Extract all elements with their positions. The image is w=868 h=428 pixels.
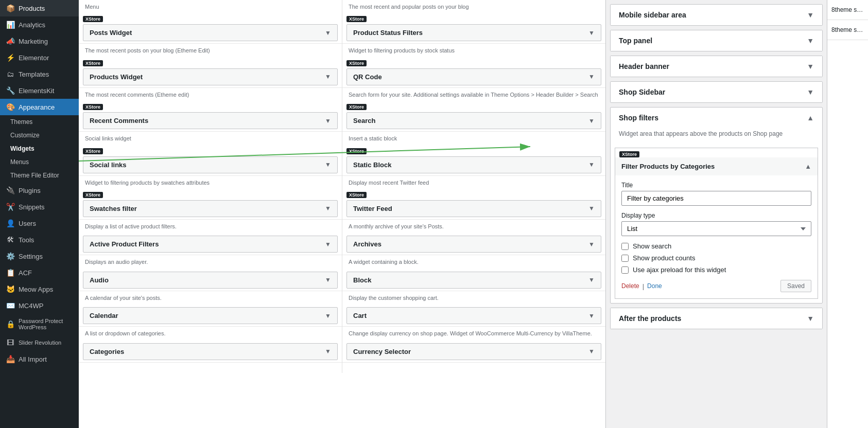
- panel-section-top-panel: Top panel ▼: [610, 30, 823, 51]
- sidebar-item-snippets[interactable]: ✂️ Snippets: [0, 199, 79, 215]
- sidebar-item-products[interactable]: 📦 Products: [0, 0, 79, 16]
- widget-title-social: Social links: [90, 161, 325, 169]
- top-panel-header[interactable]: Top panel ▼: [611, 30, 822, 51]
- widget-desc-archives: A monthly archive of your site's Posts.: [342, 220, 605, 234]
- sidebar-item-elementskit[interactable]: 🔧 ElementsKit: [0, 82, 79, 99]
- title-label: Title: [621, 182, 811, 189]
- chevron-down-icon: ▼: [325, 312, 331, 319]
- acf-icon: 📋: [6, 269, 14, 277]
- filter-widget-inner: XStore Filter Products by Categories ▲ T…: [615, 148, 818, 299]
- appearance-icon: 🎨: [6, 103, 14, 111]
- display-type-field: Display type List Dropdown Checkbox: [621, 212, 811, 236]
- shop-sidebar-header[interactable]: Shop Sidebar ▼: [611, 82, 822, 102]
- sidebar-item-plugins[interactable]: 🔌 Plugins: [0, 182, 79, 199]
- shop-filters-header[interactable]: Shop filters ▲: [611, 108, 822, 128]
- delete-link[interactable]: Delete: [621, 282, 639, 290]
- widget-header-cart[interactable]: Cart ▼: [346, 307, 601, 324]
- sidebar-item-tools[interactable]: 🛠 Tools: [0, 231, 79, 248]
- sidebar-item-analytics[interactable]: 📊 Analytics: [0, 16, 79, 33]
- sidebar-sub-item-customize[interactable]: Customize: [0, 129, 79, 142]
- chevron-down-icon: ▼: [325, 241, 331, 248]
- sidebar-item-marketing[interactable]: 📣 Marketing: [0, 33, 79, 49]
- widget-column-right: The most recent and popular posts on you…: [342, 0, 605, 373]
- widget-desc-social: Social links widget: [79, 132, 342, 146]
- sidebar-item-slider-revolution[interactable]: 🎞 Slider Revolution: [0, 334, 79, 351]
- widget-header-comments[interactable]: Recent Comments ▼: [83, 112, 338, 129]
- widget-header-block[interactable]: Block ▼: [346, 272, 601, 289]
- widget-header-calendar[interactable]: Calendar ▼: [83, 307, 338, 324]
- widget-header-audio[interactable]: Audio ▼: [83, 272, 338, 289]
- widget-title-static-block: Static Block: [353, 161, 588, 169]
- chevron-down-icon: ▼: [325, 29, 331, 37]
- mobile-sidebar-header[interactable]: Mobile sidebar area ▼: [611, 5, 822, 25]
- widget-header-product-status[interactable]: Product Status Filters ▼: [346, 24, 601, 41]
- sidebar-item-settings[interactable]: ⚙️ Settings: [0, 248, 79, 264]
- header-banner-header[interactable]: Header banner ▼: [611, 56, 822, 77]
- sidebar-sub-item-menus[interactable]: Menus: [0, 155, 79, 169]
- display-type-select[interactable]: List Dropdown Checkbox: [621, 221, 811, 236]
- after-products-title: After the products: [619, 314, 681, 323]
- sidebar-item-all-import[interactable]: 📥 All Import: [0, 351, 79, 367]
- widget-header-swatches[interactable]: Swatches filter ▼: [83, 200, 338, 217]
- xstore-badge-qr: XStore: [346, 60, 367, 66]
- filter-products-title: Filter Products by Categories: [621, 163, 715, 170]
- tools-icon: 🛠: [6, 236, 14, 244]
- panel-section-shop-sidebar: Shop Sidebar ▼: [610, 81, 823, 103]
- import-icon: 📥: [6, 355, 14, 363]
- widget-header-active-filters[interactable]: Active Product Filters ▼: [83, 236, 338, 253]
- widget-header-search[interactable]: Search ▼: [346, 112, 601, 129]
- after-products-header[interactable]: After the products ▼: [611, 308, 822, 329]
- widget-header-categories[interactable]: Categories ▼: [83, 343, 338, 360]
- sidebar-sub-item-theme-file-editor[interactable]: Theme File Editor: [0, 169, 79, 182]
- show-counts-row: Show product counts: [621, 254, 811, 262]
- display-type-label: Display type: [621, 212, 811, 219]
- users-icon: 👤: [6, 219, 14, 227]
- filter-products-header[interactable]: Filter Products by Categories ▲: [615, 157, 818, 175]
- widget-header-qr[interactable]: QR Code ▼: [346, 68, 601, 85]
- widget-header-posts[interactable]: Posts Widget ▼: [83, 24, 338, 41]
- widget-desc-search: Search form for your site. Additional se…: [342, 88, 605, 102]
- widget-header-static-block[interactable]: Static Block ▼: [346, 156, 601, 173]
- done-link[interactable]: Done: [647, 282, 662, 290]
- chevron-down-icon: ▼: [325, 276, 331, 283]
- sidebar-sub-item-themes[interactable]: Themes: [0, 115, 79, 129]
- ajax-preload-checkbox[interactable]: [621, 266, 629, 274]
- widget-desc-audio: Displays an audio player.: [79, 255, 342, 269]
- widget-header-social[interactable]: Social links ▼: [83, 156, 338, 173]
- widget-entry-active-filters: Display a list of active product filters…: [79, 220, 342, 255]
- header-banner-title: Header banner: [619, 62, 669, 70]
- sidebar-sub-item-widgets[interactable]: Widgets: [0, 142, 79, 155]
- templates-icon: 🗂: [6, 70, 14, 78]
- mobile-sidebar-title: Mobile sidebar area: [619, 11, 686, 19]
- sidebar-item-mc4wp[interactable]: ✉️ MC4WP: [0, 297, 79, 314]
- chevron-down-icon: ▼: [588, 348, 595, 355]
- sidebar-item-appearance[interactable]: 🎨 Appearance: [0, 99, 79, 115]
- meow-icon: 🐱: [6, 285, 14, 293]
- sidebar-item-templates[interactable]: 🗂 Templates: [0, 66, 79, 82]
- sidebar-item-meow-apps[interactable]: 🐱 Meow Apps: [0, 281, 79, 297]
- title-input[interactable]: [621, 191, 811, 206]
- widget-title-twitter: Twitter Feed: [353, 205, 588, 212]
- sidebar-item-password-protect[interactable]: 🔒 Password Protect WordPress: [0, 314, 79, 334]
- snippets-icon: ✂️: [6, 203, 14, 211]
- widget-title-currency: Currency Selector: [353, 348, 588, 355]
- widget-title-categories: Categories: [90, 348, 325, 355]
- widget-header-currency[interactable]: Currency Selector ▼: [346, 343, 601, 360]
- widget-title-block: Block: [353, 276, 588, 284]
- show-counts-checkbox[interactable]: [621, 255, 629, 262]
- ajax-preload-label: Use ajax preload for this widget: [633, 266, 726, 274]
- widget-desc-twitter: Display most recent Twitter feed: [342, 176, 605, 190]
- widget-entry-static-block: Insert a static block XStore Static Bloc…: [342, 132, 605, 175]
- filter-actions: Delete | Done Saved: [621, 280, 811, 292]
- mc4wp-icon: ✉️: [6, 301, 14, 310]
- chevron-down-icon: ▼: [588, 241, 595, 248]
- widget-header-twitter[interactable]: Twitter Feed ▼: [346, 200, 601, 217]
- widget-header-archives[interactable]: Archives ▼: [346, 236, 601, 253]
- widget-desc-qr: Widget to filtering products by stock st…: [342, 44, 605, 58]
- show-search-checkbox[interactable]: [621, 243, 629, 250]
- widget-header-products[interactable]: Products Widget ▼: [83, 68, 338, 85]
- sidebar-item-acf[interactable]: 📋 ACF: [0, 264, 79, 281]
- sidebar-item-elementor[interactable]: ⚡ Elementor: [0, 49, 79, 66]
- sidebar-item-users[interactable]: 👤 Users: [0, 215, 79, 231]
- far-right-item-2: 8theme side...: [827, 20, 868, 40]
